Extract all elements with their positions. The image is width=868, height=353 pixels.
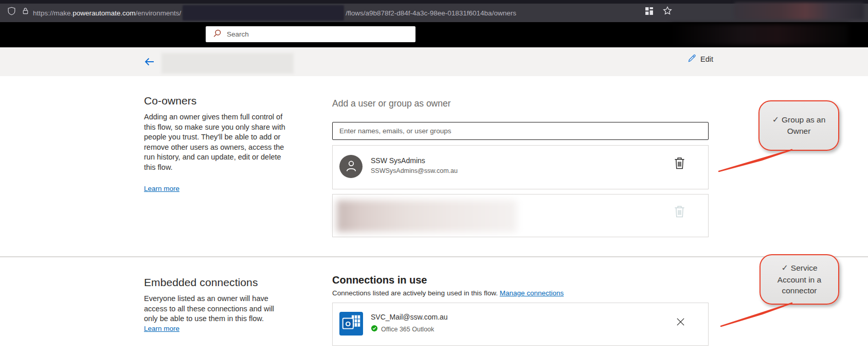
owner-redacted-content <box>337 200 517 232</box>
bookmark-star-icon[interactable] <box>662 6 673 16</box>
coowners-title: Co-owners <box>144 95 196 107</box>
url-scheme: https://make. <box>33 9 73 17</box>
callout-arrow-1 <box>719 150 792 171</box>
connection-service: Office 365 Outlook <box>381 326 434 333</box>
edit-label: Edit <box>700 55 713 63</box>
connections-in-use-subtitle: Connections listed are actively being us… <box>332 289 564 297</box>
url-redacted-segment <box>183 5 344 21</box>
edit-button[interactable]: Edit <box>688 54 713 64</box>
address-bar[interactable]: https://make.powerautomate.com/environme… <box>33 4 516 22</box>
coowners-description: Adding an owner gives them full control … <box>144 112 289 172</box>
connection-row: O SVC_Mail@ssw.com.au Office 365 Outlook <box>332 303 709 346</box>
page-header: Edit <box>0 47 868 76</box>
add-owner-input[interactable] <box>332 122 709 140</box>
embedded-connections-title: Embedded connections <box>144 276 258 289</box>
tracking-shield-icon[interactable] <box>7 7 16 15</box>
trash-icon <box>674 164 685 171</box>
search-box[interactable] <box>206 26 415 42</box>
section-divider <box>0 256 868 257</box>
screen: https://make.powerautomate.com/environme… <box>0 0 868 353</box>
add-owner-label: Add a user or group as owner <box>332 98 451 109</box>
check-icon: ✓ <box>781 263 788 272</box>
connections-in-use-description: Connections listed are actively being us… <box>332 289 498 297</box>
delete-owner-button-disabled <box>674 205 685 220</box>
coowners-learn-more-link[interactable]: Learn more <box>144 185 179 192</box>
callout-service-account: ✓Service Account in a connector <box>760 254 839 305</box>
flow-title-redacted <box>161 53 294 74</box>
suite-redacted-area <box>671 24 848 45</box>
callout-arrow-2 <box>721 303 792 326</box>
callout-group-as-owner: ✓Group as an Owner <box>758 100 839 151</box>
url-flow-path: /flows/a9b878f2-d84f-4a3c-98ee-01831f601… <box>346 9 516 17</box>
url-domain: powerautomate.com <box>73 9 135 17</box>
page-actions-grid-icon[interactable] <box>645 7 654 15</box>
owner-row: SSW SysAdmins SSWSysAdmins@ssw.com.au <box>332 145 709 189</box>
callout-group-label: Group as an Owner <box>782 115 825 135</box>
close-icon <box>676 321 685 328</box>
url-env-path: /environments/ <box>136 9 182 17</box>
suite-header <box>0 22 868 47</box>
owner-email: SSWSysAdmins@ssw.com.au <box>371 167 458 174</box>
search-input[interactable] <box>227 30 415 38</box>
embedded-connections-description: Everyone listed as an owner will have ac… <box>144 294 289 324</box>
remove-connection-button[interactable] <box>676 317 685 328</box>
back-button[interactable] <box>143 56 156 69</box>
outlook-icon: O <box>339 312 363 336</box>
manage-connections-link[interactable]: Manage connections <box>500 289 564 297</box>
lock-icon[interactable] <box>22 7 29 15</box>
group-avatar <box>339 155 363 178</box>
embedded-connections-learn-more-link[interactable]: Learn more <box>144 325 179 332</box>
owner-row-redacted <box>332 194 709 237</box>
check-icon: ✓ <box>772 115 779 124</box>
browser-chrome: https://make.powerautomate.com/environme… <box>0 0 868 22</box>
connection-account: SVC_Mail@ssw.com.au <box>371 313 448 321</box>
status-check-icon <box>371 325 378 333</box>
owner-name: SSW SysAdmins <box>371 156 425 165</box>
svg-text:O: O <box>346 320 351 328</box>
trash-icon <box>674 212 685 220</box>
browser-redacted-area <box>734 3 864 20</box>
connections-in-use-title: Connections in use <box>332 274 427 286</box>
search-icon <box>212 29 222 40</box>
person-icon <box>344 158 358 175</box>
delete-owner-button[interactable] <box>674 156 685 171</box>
connection-status: Office 365 Outlook <box>371 325 434 333</box>
pencil-icon <box>688 54 696 64</box>
